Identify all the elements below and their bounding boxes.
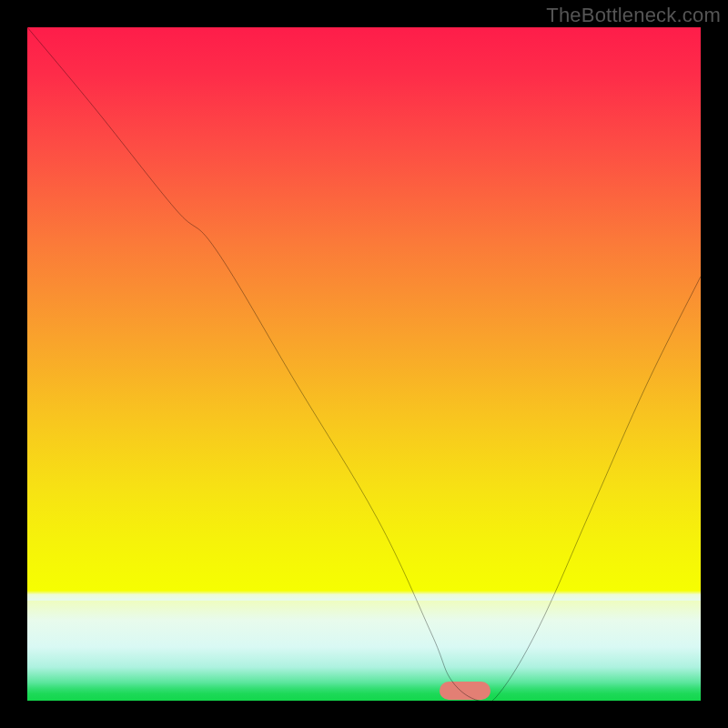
- bottleneck-curve: [27, 27, 701, 701]
- plot-area: [27, 27, 701, 701]
- watermark-text: TheBottleneck.com: [546, 4, 721, 27]
- curve-path: [27, 27, 701, 701]
- chart-frame: TheBottleneck.com: [0, 0, 728, 728]
